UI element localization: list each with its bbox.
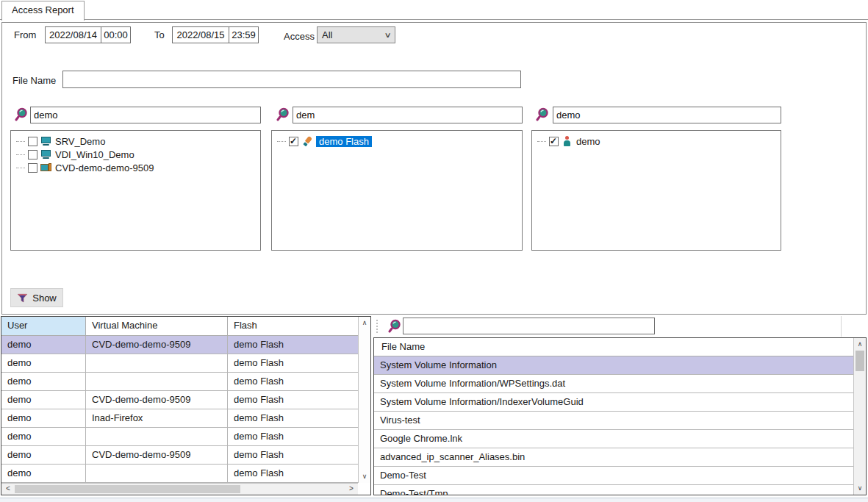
file-row[interactable]: Google Chrome.lnk [374, 430, 853, 448]
scroll-right-arrow[interactable]: > [345, 484, 357, 495]
table-row[interactable]: demo CVD-demo-demo-9509 demo Flash [1, 391, 358, 409]
machine-search-input[interactable] [30, 107, 261, 123]
tree-connector [277, 141, 286, 142]
table-row[interactable]: demo CVD-demo-demo-9509 demo Flash [1, 336, 358, 354]
files-search-toolbar [373, 316, 842, 337]
cell-virtual-machine: CVD-demo-demo-9509 [86, 446, 228, 464]
horizontal-scroll-thumb[interactable] [15, 485, 240, 493]
cell-user: demo [1, 391, 86, 409]
monitor-icon [40, 136, 52, 147]
tree-item[interactable]: demo Flash [272, 135, 522, 148]
table-row[interactable]: demo demo Flash [1, 465, 358, 483]
table-row[interactable]: demo CVD-demo-demo-9509 demo Flash [1, 446, 358, 465]
to-date-input[interactable] [172, 26, 229, 43]
file-name-input[interactable] [62, 71, 521, 88]
user-tree: demo [531, 130, 781, 251]
search-icon [276, 107, 290, 121]
scroll-down-arrow[interactable]: ∨ [854, 483, 866, 494]
filter-icon [17, 293, 28, 304]
scroll-up-arrow[interactable]: ∧ [854, 339, 866, 350]
tree-checkbox[interactable] [28, 150, 37, 159]
tree-item[interactable]: VDI_Win10_Demo [11, 148, 260, 161]
access-select[interactable]: All ∨ [317, 26, 395, 43]
tree-item[interactable]: CVD-demo-demo-9509 [11, 161, 260, 174]
horizontal-scrollbar[interactable]: < > [1, 483, 358, 495]
column-header-file-name[interactable]: File Name [374, 338, 853, 356]
tree-checkbox[interactable] [549, 137, 559, 146]
vertical-scrollbar[interactable]: ∧ ∨ [853, 338, 866, 495]
tree-connector [16, 168, 25, 168]
vertical-scroll-thumb[interactable] [856, 351, 864, 371]
files-list-body: System Volume Information System Volume … [374, 356, 866, 495]
cell-flash: demo Flash [228, 354, 358, 372]
show-button[interactable]: Show [10, 288, 63, 307]
scroll-left-arrow[interactable]: < [2, 484, 14, 495]
machine-tree: SRV_Demo VDI_Win10_Demo CVD-demo-demo-95… [10, 130, 261, 251]
column-header-flash[interactable]: Flash [228, 317, 358, 335]
table-row[interactable]: demo demo Flash [1, 428, 358, 446]
from-date-input[interactable] [45, 26, 101, 43]
scroll-up-arrow[interactable]: ∧ [359, 318, 370, 329]
cell-user: demo [1, 336, 86, 354]
tree-checkbox[interactable] [289, 137, 298, 146]
tree-connector [16, 154, 25, 155]
file-name: Demo-Test [380, 470, 426, 481]
column-header-user[interactable]: User [1, 317, 86, 335]
user-search-input[interactable] [553, 107, 781, 123]
cell-user: demo [1, 409, 86, 427]
files-list: File Name System Volume Information Syst… [373, 337, 867, 495]
file-row[interactable]: advanced_ip_scanner_Aliases.bin [374, 448, 853, 467]
tree-checkbox[interactable] [28, 163, 37, 173]
cell-user: demo [1, 428, 86, 445]
file-row[interactable]: System Volume Information/WPSettings.dat [374, 375, 853, 393]
tree-item-label: demo [576, 136, 600, 147]
cell-flash: demo Flash [228, 409, 358, 427]
scroll-down-arrow[interactable]: ∨ [359, 471, 370, 482]
search-icon [536, 107, 549, 121]
cell-flash: demo Flash [228, 465, 358, 482]
file-name-label: File Name [12, 75, 56, 86]
cell-user: demo [1, 373, 86, 390]
cell-user: demo [1, 446, 86, 464]
usb-drive-icon [299, 133, 315, 149]
to-time-input[interactable] [229, 26, 259, 43]
cell-virtual-machine: CVD-demo-demo-9509 [86, 336, 228, 354]
tree-item-label: VDI_Win10_Demo [55, 149, 134, 160]
file-name: System Volume Information [380, 359, 497, 370]
flash-tree: demo Flash [271, 130, 523, 251]
table-row[interactable]: demo Inad-Firefox demo Flash [1, 409, 358, 428]
file-row[interactable]: System Volume Information/IndexerVolumeG… [374, 393, 853, 412]
tree-item[interactable]: demo [532, 135, 781, 148]
status-strip [0, 498, 868, 502]
cell-virtual-machine [86, 354, 228, 372]
from-time-input[interactable] [101, 26, 131, 43]
file-row[interactable]: Virus-test [374, 412, 853, 430]
access-report-window: Access Report From To Access All ∨ File … [0, 0, 868, 502]
chevron-down-icon: ∨ [384, 31, 391, 39]
monitor-icon [40, 149, 52, 160]
flash-search-input[interactable] [293, 107, 523, 123]
cell-user: demo [1, 465, 86, 482]
cell-flash: demo Flash [228, 428, 358, 445]
cell-flash: demo Flash [228, 391, 358, 409]
tree-item[interactable]: SRV_Demo [11, 135, 260, 148]
file-row[interactable]: Demo-Test [374, 467, 853, 485]
file-row[interactable]: System Volume Information [374, 356, 853, 375]
results-table-header: User Virtual Machine Flash [1, 317, 358, 336]
cell-virtual-machine [86, 373, 228, 390]
table-row[interactable]: demo demo Flash [1, 373, 358, 391]
cell-virtual-machine: CVD-demo-demo-9509 [86, 391, 228, 409]
column-header-virtual-machine[interactable]: Virtual Machine [86, 317, 228, 335]
show-button-label: Show [32, 293, 57, 304]
file-name: Virus-test [380, 415, 420, 426]
tab-access-report[interactable]: Access Report [1, 1, 85, 21]
vertical-scrollbar[interactable]: ∧ ∨ [358, 317, 370, 483]
table-row[interactable]: demo demo Flash [1, 354, 358, 373]
tree-checkbox[interactable] [28, 137, 37, 146]
file-row[interactable]: Demo-Test/Tmp [374, 485, 853, 495]
drag-handle[interactable] [376, 320, 378, 333]
files-search-input[interactable] [403, 318, 655, 334]
tree-item-label: demo Flash [316, 136, 372, 147]
file-name: Google Chrome.lnk [380, 433, 462, 444]
search-icon [388, 319, 401, 333]
